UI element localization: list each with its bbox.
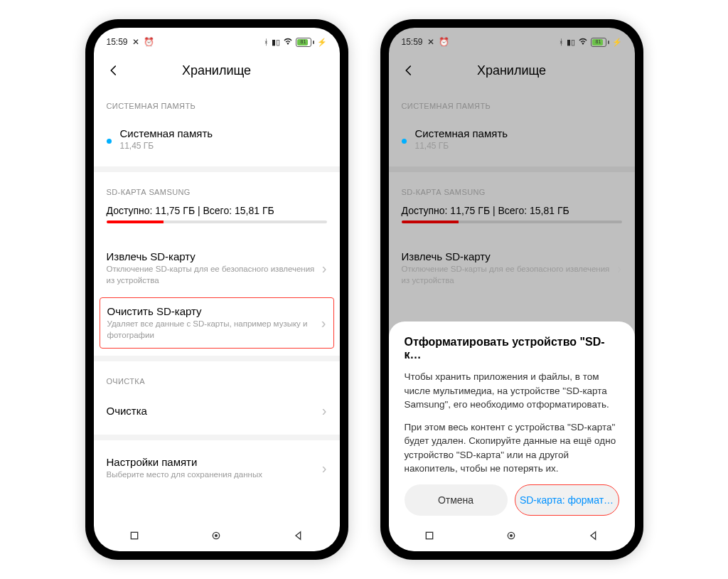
section-sd-label: SD-КАРТА SAMSUNG bbox=[107, 188, 327, 196]
sd-progress bbox=[107, 221, 327, 223]
dot-icon bbox=[402, 139, 407, 144]
sd-available-line: Доступно: 11,75 ГБ | Всего: 15,81 ГБ bbox=[402, 205, 622, 216]
bluetooth-icon: ᚼ bbox=[559, 38, 564, 46]
svg-rect-3 bbox=[426, 532, 432, 538]
system-memory-row[interactable]: Системная память 11,45 ГБ bbox=[107, 119, 327, 159]
app-header: Хранилище bbox=[389, 52, 635, 86]
section-system-memory-label: СИСТЕМНАЯ ПАМЯТЬ bbox=[107, 102, 327, 110]
eject-sd-sub: Отключение SD-карты для ее безопасного и… bbox=[402, 264, 613, 286]
status-bar: 15:59 ✕ ⏰ ᚼ ▮▯ 81 ⚡ bbox=[94, 28, 340, 52]
system-memory-row: Системная память 11,45 ГБ bbox=[402, 119, 622, 159]
signal-icon: ▮▯ bbox=[272, 38, 280, 47]
dialog-title: Отформатировать устройство "SD-к… bbox=[405, 336, 619, 361]
system-memory-size: 11,45 ГБ bbox=[120, 141, 327, 151]
sd-available-line: Доступно: 11,75 ГБ | Всего: 15,81 ГБ bbox=[107, 205, 327, 216]
chevron-right-icon: › bbox=[322, 403, 327, 419]
signal-icon: ▮▯ bbox=[567, 38, 575, 47]
eject-sd-row[interactable]: Извлечь SD-карту Отключение SD-карты для… bbox=[107, 242, 327, 294]
nav-recent-icon[interactable] bbox=[424, 530, 435, 544]
memory-settings-row[interactable]: Настройки памяти Выберите место для сохр… bbox=[107, 447, 327, 489]
cancel-button[interactable]: Отмена bbox=[405, 484, 508, 516]
nav-back-icon[interactable] bbox=[588, 530, 599, 544]
format-dialog: Отформатировать устройство "SD-к… Чтобы … bbox=[389, 322, 635, 551]
clear-sd-sub: Удаляет все данные с SD-карты, например … bbox=[107, 319, 317, 341]
section-system-memory-label: СИСТЕМНАЯ ПАМЯТЬ bbox=[402, 102, 622, 110]
dialog-body-1: Чтобы хранить приложения и файлы, в том … bbox=[405, 370, 619, 412]
svg-point-5 bbox=[510, 534, 513, 537]
eject-sd-row: Извлечь SD-карту Отключение SD-карты для… bbox=[402, 242, 622, 294]
section-cleanup-label: ОЧИСТКА bbox=[107, 377, 327, 386]
charging-icon: ⚡ bbox=[612, 38, 622, 47]
wifi-icon bbox=[578, 38, 588, 46]
app-header: Хранилище bbox=[94, 52, 340, 86]
alarm-icon: ⏰ bbox=[144, 37, 154, 47]
dot-icon bbox=[107, 139, 112, 144]
status-bar: 15:59 ✕ ⏰ ᚼ ▮▯ 81 ⚡ bbox=[389, 28, 635, 52]
format-confirm-button[interactable]: SD-карта: формат… bbox=[515, 484, 619, 516]
clear-sd-title: Очистить SD-карту bbox=[107, 305, 317, 317]
nav-recent-icon[interactable] bbox=[129, 530, 140, 544]
eject-sd-title: Извлечь SD-карту bbox=[107, 250, 318, 262]
eject-sd-title: Извлечь SD-карту bbox=[402, 250, 613, 262]
alarm-icon: ⏰ bbox=[439, 37, 449, 47]
content-area: СИСТЕМНАЯ ПАМЯТЬ Системная память 11,45 … bbox=[94, 86, 340, 523]
chevron-right-icon: › bbox=[617, 260, 622, 277]
dnd-icon: ✕ bbox=[427, 37, 434, 47]
cleanup-title: Очистка bbox=[107, 405, 318, 417]
system-memory-title: Системная память bbox=[120, 127, 327, 139]
chevron-right-icon: › bbox=[321, 315, 326, 331]
nav-home-icon[interactable] bbox=[505, 530, 517, 544]
system-memory-size: 11,45 ГБ bbox=[415, 141, 622, 151]
eject-sd-sub: Отключение SD-карты для ее безопасного и… bbox=[107, 264, 318, 286]
chevron-right-icon: › bbox=[322, 260, 327, 277]
phone-frame-left: 15:59 ✕ ⏰ ᚼ ▮▯ 81 ⚡ Хранилище bbox=[85, 19, 348, 560]
divider bbox=[94, 166, 340, 172]
nav-bar bbox=[389, 523, 635, 551]
nav-bar bbox=[94, 523, 340, 551]
memory-settings-title: Настройки памяти bbox=[107, 456, 318, 468]
clear-sd-highlight: Очистить SD-карту Удаляет все данные с S… bbox=[100, 297, 334, 349]
section-sd-label: SD-КАРТА SAMSUNG bbox=[402, 188, 622, 196]
memory-settings-sub: Выберите место для сохранения данных bbox=[107, 469, 318, 481]
nav-home-icon[interactable] bbox=[210, 530, 222, 544]
dialog-body-2: При этом весь контент с устройства "SD-к… bbox=[405, 420, 619, 476]
page-title: Хранилище bbox=[105, 63, 328, 78]
bluetooth-icon: ᚼ bbox=[264, 38, 269, 46]
divider bbox=[94, 356, 340, 361]
sd-progress bbox=[402, 221, 622, 223]
dnd-icon: ✕ bbox=[132, 37, 139, 47]
screen-left: 15:59 ✕ ⏰ ᚼ ▮▯ 81 ⚡ Хранилище bbox=[94, 28, 340, 551]
divider bbox=[94, 435, 340, 440]
nav-back-icon[interactable] bbox=[293, 530, 304, 544]
status-time: 15:59 bbox=[107, 37, 128, 47]
battery-icon: 81 bbox=[591, 38, 609, 47]
screen-right: 15:59 ✕ ⏰ ᚼ ▮▯ 81 ⚡ Хранилище bbox=[389, 28, 635, 551]
chevron-right-icon: › bbox=[322, 460, 327, 477]
svg-point-2 bbox=[215, 534, 218, 537]
svg-rect-0 bbox=[131, 532, 137, 538]
status-time: 15:59 bbox=[402, 37, 423, 47]
page-title: Хранилище bbox=[400, 63, 623, 78]
cleanup-row[interactable]: Очистка › bbox=[107, 394, 327, 427]
phone-frame-right: 15:59 ✕ ⏰ ᚼ ▮▯ 81 ⚡ Хранилище bbox=[380, 19, 643, 560]
clear-sd-row[interactable]: Очистить SD-карту Удаляет все данные с S… bbox=[107, 305, 326, 341]
wifi-icon bbox=[283, 38, 293, 46]
charging-icon: ⚡ bbox=[317, 38, 327, 47]
system-memory-title: Системная память bbox=[415, 127, 622, 139]
battery-icon: 81 bbox=[296, 38, 314, 47]
divider bbox=[389, 166, 635, 172]
